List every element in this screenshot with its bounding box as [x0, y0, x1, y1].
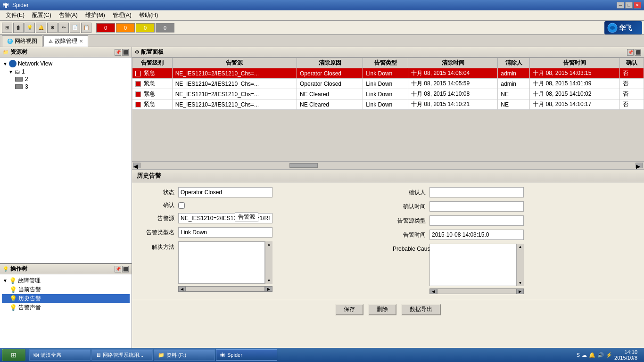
app1-icon: 🍽	[33, 352, 39, 358]
ops-tree-panel: 💡 操作树 📌 ⬛ ▼ 💡 故障管理 💡 当前告警 💡	[0, 263, 132, 348]
ops-tree-expand[interactable]: ⬛	[122, 266, 129, 272]
toolbar-btn-1[interactable]: ⊞	[2, 23, 12, 33]
save-button[interactable]: 保存	[335, 304, 363, 315]
toolbar-btn-6[interactable]: ✏	[58, 23, 69, 33]
hscroll-left[interactable]: ◀	[133, 163, 140, 168]
prob-cause-textarea-wrap: ▲ ▼	[429, 244, 524, 288]
source-group: 告警源 告警源	[141, 213, 383, 223]
solution-scroll-up[interactable]: ▲	[267, 242, 271, 247]
confirm-checkbox[interactable]	[178, 202, 185, 209]
prob-scroll-down[interactable]: ▼	[519, 281, 522, 285]
counter-major[interactable]: 0	[116, 23, 135, 33]
sol-hscroll-track[interactable]	[186, 286, 265, 292]
alarm-type-name-input[interactable]	[178, 227, 272, 238]
prob-hscroll-right[interactable]: ▶	[516, 288, 524, 294]
cell-confirmed: 否	[619, 79, 644, 89]
ops-item-current-alarm[interactable]: 💡 当前告警	[2, 285, 130, 294]
sol-hscroll-right[interactable]: ▶	[265, 286, 272, 292]
alarm-time-input[interactable]	[429, 230, 524, 240]
config-panel-header: ⚙ 配置面板 📌 ⬛	[132, 47, 644, 58]
resource-tree-expand[interactable]: ⬛	[122, 49, 129, 56]
cell-clear-reason: Operator Closed	[297, 79, 363, 89]
tab-network-label: 网络视图	[15, 37, 37, 45]
delete-button[interactable]: 删除	[368, 304, 396, 315]
hscroll-track[interactable]	[141, 163, 635, 168]
menu-maintain[interactable]: 维护(M)	[82, 10, 109, 20]
ops-tree-content: ▼ 💡 故障管理 💡 当前告警 💡 历史告警 💡 告警声音	[0, 274, 132, 348]
cell-alarm-time: 十月 08, 2015 14:10:17	[530, 99, 619, 110]
tree-item-2[interactable]: 2	[2, 75, 130, 83]
menu-manage[interactable]: 管理(A)	[109, 10, 135, 20]
taskbar-app-4[interactable]: 🕷 Spider	[216, 349, 277, 361]
tab-fault-mgmt[interactable]: ⚠ 故障管理 ✕	[43, 35, 88, 47]
table-hscrollbar[interactable]: ◀ ▶	[132, 161, 644, 169]
maximize-button[interactable]: □	[625, 2, 633, 8]
prob-scroll-up[interactable]: ▲	[519, 245, 522, 249]
start-button[interactable]: ⊞	[2, 349, 25, 361]
tab-fault-close[interactable]: ✕	[79, 39, 83, 44]
taskbar-app-1[interactable]: 🍽 满汉全席	[29, 349, 91, 361]
network-icon	[9, 60, 17, 67]
company-logo: 华飞	[604, 21, 642, 34]
toolbar-btn-3[interactable]: 💡	[25, 23, 35, 33]
toolbar-btn-2[interactable]: 🗑	[13, 23, 24, 33]
alarm-type-name-label: 告警类型名	[141, 229, 174, 237]
menu-file[interactable]: 文件(E)	[2, 10, 28, 20]
ops-fault-mgmt-label: 故障管理	[18, 277, 41, 285]
resource-tree-pin[interactable]: 📌	[115, 49, 121, 56]
hscroll-thumb[interactable]	[289, 163, 318, 168]
ops-item-history-alarm[interactable]: 💡 历史告警	[2, 294, 130, 303]
config-panel-expand[interactable]: ⬛	[635, 49, 641, 56]
minimize-button[interactable]: ─	[617, 2, 624, 8]
config-panel-pin[interactable]: 📌	[627, 49, 634, 56]
confirm-time-input[interactable]	[429, 201, 524, 212]
app4-label: Spider	[227, 352, 242, 358]
network-view-label: Network View	[18, 60, 52, 67]
solution-textarea[interactable]	[178, 241, 265, 284]
counter-minor[interactable]: 0	[136, 23, 155, 33]
menu-help[interactable]: 帮助(H)	[135, 10, 162, 20]
ops-item-alarm-sound[interactable]: 💡 告警声音	[2, 303, 130, 312]
ops-tree-pin[interactable]: 📌	[115, 266, 121, 272]
menu-config[interactable]: 配置(C)	[28, 10, 55, 20]
toolbar-btn-7[interactable]: 📄	[70, 23, 80, 33]
taskbar-app-2[interactable]: 🖥 网络管理系统用...	[91, 349, 153, 361]
status-input[interactable]	[178, 187, 272, 197]
toolbar-btn-8[interactable]: 📋	[81, 23, 91, 33]
tab-network-view[interactable]: 🌐 网络视图	[2, 35, 42, 47]
confirmer-input[interactable]	[429, 187, 524, 197]
source-type-input[interactable]	[429, 215, 524, 226]
tree-item-network-view[interactable]: ▼ Network View	[2, 59, 130, 68]
menu-alarm[interactable]: 告警(A)	[55, 10, 82, 20]
sol-hscroll-left[interactable]: ◀	[178, 286, 186, 292]
prob-cause-vscrollbar[interactable]: ▲ ▼	[516, 244, 524, 286]
history-title: 历史告警	[137, 172, 161, 179]
hscroll-right[interactable]: ▶	[636, 163, 643, 168]
prob-hscroll-track[interactable]	[437, 288, 516, 294]
table-row[interactable]: 紧急 NE_IES1210=2/IES1210_Chs=... NE Clear…	[132, 89, 644, 99]
counter-info[interactable]: 0	[156, 23, 174, 33]
counter-critical[interactable]: 0	[96, 23, 115, 33]
export-button[interactable]: 数据导出	[401, 304, 441, 315]
solution-scroll-down[interactable]: ▼	[267, 279, 271, 283]
tree-item-3[interactable]: 3	[2, 83, 130, 90]
tree-item-1[interactable]: ▼ 🗂 1	[2, 68, 130, 75]
prob-hscroll-left[interactable]: ◀	[429, 288, 437, 294]
table-row[interactable]: 紧急 NE_IES1210=2/IES1210_Chs=... Operator…	[132, 79, 644, 89]
table-row[interactable]: 紧急 NE_IES1210=2/IES1210_Chs=... Operator…	[132, 68, 644, 79]
taskbar-app-3[interactable]: 📁 资料 (F:)	[154, 349, 215, 361]
source-input[interactable]	[178, 213, 272, 223]
title-bar-left: 🕷 Spider	[3, 1, 29, 9]
ops-item-fault-mgmt[interactable]: ▼ 💡 故障管理	[2, 276, 130, 285]
table-row[interactable]: 紧急 NE_IES1210=2/IES1210_Chs=... NE Clear…	[132, 99, 644, 110]
ops-tree-title: 操作树	[10, 265, 27, 273]
solution-vscrollbar[interactable]: ▲ ▼	[265, 241, 272, 284]
source-type-label: 告警源类型	[393, 217, 426, 225]
toolbar-btn-4[interactable]: 🔔	[36, 23, 46, 33]
cell-level: 紧急	[132, 99, 173, 110]
alarm-table-area: 告警级别 告警源 清除原因 告警类型 清除时间 清除人 告警时间 确认	[132, 58, 644, 161]
close-button[interactable]: ✕	[634, 2, 641, 8]
prob-cause-textarea[interactable]	[429, 244, 516, 286]
toolbar-btn-5[interactable]: ⚙	[47, 23, 58, 33]
status-label: 状态	[141, 189, 174, 197]
